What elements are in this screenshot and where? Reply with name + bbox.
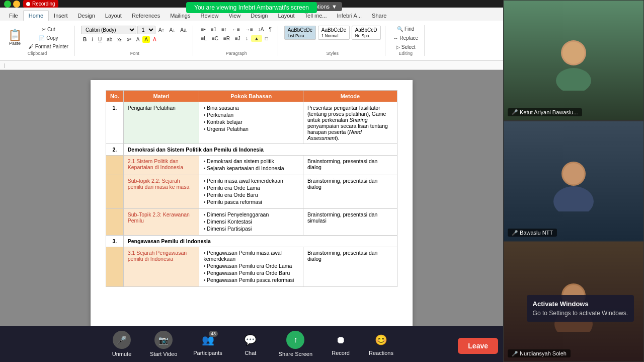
participant-name-tag-1: 🎤 Ketut Ariyani Bawaslu... [508,108,582,116]
col-header-pokok: Pokok Bahasan [199,91,303,102]
tab-author[interactable]: Infebri A... [332,11,367,21]
bullets-button[interactable]: ≡• [199,26,208,33]
align-right-button[interactable]: ≡R [221,35,232,42]
reactions-icon: 😊 [373,332,389,348]
subscript-button[interactable]: x₂ [115,36,124,43]
screen-share-banner: You are viewing Infebri Ambarwati's scre… [186,2,317,13]
person-avatar-1 [543,30,604,91]
replace-button[interactable]: ↔ Replace [391,34,420,42]
find-button[interactable]: 🔍 Find [391,25,420,33]
table-row: Sub-Topik 2.3: Kerawanan Pemilu Dimensi … [106,209,397,236]
justify-button[interactable]: ≡J [233,35,243,42]
video-panel-2: 🎤 Bawaslu NTT [503,121,644,242]
svg-point-3 [553,186,594,211]
share-screen-button[interactable]: ↑ Share Screen [271,327,320,361]
video-panel-1: 🎤 Ketut Ariyani Bawaslu... [503,0,644,121]
numbering-button[interactable]: ≡1 [209,26,218,33]
main-content-area: Recording You are viewing Infebri Ambarw… [0,0,503,362]
cell-section: Demokrasi dan Sistem Politik dan Pemilu … [123,144,397,156]
participant-name-tag-2: 🎤 Bawaslu NTT [508,229,557,237]
tab-home[interactable]: Home [23,10,49,21]
cell-pokok: Bina suasana Perkenalan Kontrak belajar … [199,102,303,144]
multilevel-list-button[interactable]: ≡↑ [219,26,229,33]
bottom-toolbar: 🎤 Unmute 📷 Start Video 👥 43 Participants… [0,326,503,362]
mic-icon: 🎤 [113,331,131,349]
maximize-icon[interactable] [4,1,11,8]
tab-file[interactable]: File [4,11,23,21]
word-document-area: File Home Insert Design Layout Reference… [0,8,503,362]
table-row: 2.1 Sistem Politik dan Kepartaian di Ind… [106,156,397,175]
person-avatar-2 [543,151,604,211]
mic-muted-icon-1: 🎤 [512,109,518,115]
leave-button[interactable]: Leave [458,338,498,354]
copy-button[interactable]: 📄 Copy [27,34,70,42]
paste-button[interactable]: 📋 Paste [4,28,26,48]
sort-button[interactable]: ↕A [256,26,266,33]
font-size-select[interactable]: 12 [137,26,155,34]
document-ruler: | [0,61,503,70]
table-row: 2. Demokrasi dan Sistem Politik dan Pemi… [106,144,397,156]
bold-button[interactable]: B [81,36,89,43]
svg-point-1 [556,68,591,91]
align-center-button[interactable]: ≡C [210,35,220,42]
right-sidebar: 🎤 Ketut Ariyani Bawaslu... 🎤 Bawaslu NTT [503,0,644,362]
font-group: Calibri (Body) 12 A↑ A↓ Aa B I U ab [81,26,193,56]
tab-design[interactable]: Design [73,11,100,21]
cell-pokok: Pemilu masa awal kemerdekaan Pemilu era … [199,175,303,209]
start-video-button[interactable]: 📷 Start Video [142,327,185,361]
underline-button[interactable]: U [96,36,104,43]
cell-no [106,156,124,175]
reactions-button[interactable]: 😊 Reactions [361,328,401,360]
strikethrough-button[interactable]: ab [105,36,114,43]
clipboard-group: 📋 Paste ✂ Cut 📄 Copy 🖌 Format Painter Cl… [4,26,75,56]
show-formatting-button[interactable]: ¶ [267,26,273,33]
shrink-font-button[interactable]: A↓ [168,26,178,34]
italic-button[interactable]: I [90,36,95,43]
unmute-button[interactable]: 🎤 Unmute [102,327,142,361]
font-family-select[interactable]: Calibri (Body) [81,26,136,34]
font-color-button[interactable]: A [151,36,158,43]
cell-metode: Brainstorming, presentasi dan dialog [303,156,397,175]
line-spacing-button[interactable]: ↕ [244,35,250,42]
select-button[interactable]: ▷ Select [391,43,420,51]
tab-insert[interactable]: Insert [49,11,73,21]
tab-share[interactable]: Share [367,11,391,21]
format-painter-button[interactable]: 🖌 Format Painter [27,43,70,50]
align-left-button[interactable]: ≡L [199,35,209,42]
tab-layout[interactable]: Layout [100,11,127,21]
cell-section: Pengawasan Pemilu di Indonesia [123,236,397,247]
font-controls: Calibri (Body) 12 A↑ A↓ Aa [81,26,189,34]
style-default[interactable]: AaBbCcDcList Para... [284,26,316,40]
borders-button[interactable]: □ [263,35,270,42]
editing-group: 🔍 Find ↔ Replace ▷ Select Editing [391,25,425,56]
share-screen-icon: ↑ [286,331,304,349]
document-scroll-area[interactable]: No. Materi Pokok Bahasan Metode 1. Penga… [0,70,503,362]
styles-group: AaBbCcDcList Para... AaBbCcDc1 Normal Aa… [284,26,385,56]
increase-indent-button[interactable]: →≡ [243,26,255,33]
style-normal[interactable]: AaBbCcDc1 Normal [318,26,350,40]
tab-references[interactable]: References [127,11,165,21]
change-case-button[interactable]: Aa [178,26,188,34]
minimize-icon[interactable] [13,1,20,8]
document-page: No. Materi Pokok Bahasan Metode 1. Penga… [91,80,413,362]
grow-font-button[interactable]: A↑ [156,26,167,34]
decrease-indent-button[interactable]: ←≡ [230,26,242,33]
cell-no [106,209,124,236]
text-effects-button[interactable]: A [134,36,142,43]
cell-materi: 3.1 Sejarah Pengawasan pemilu di Indones… [123,247,199,287]
highlight-button[interactable]: A [142,36,150,43]
shading-button[interactable]: ▲ [251,35,262,42]
cell-pokok: Dimensi Penyelenggaraan Dimensi Kontesta… [199,209,303,236]
col-header-materi: Materi [123,91,199,102]
participants-button[interactable]: 👥 43 Participants [185,328,230,360]
font-format-buttons: B I U ab x₂ x² A A A [81,36,189,43]
record-button[interactable]: ⏺ Record [320,328,361,360]
chat-button[interactable]: 💬 Chat [230,328,271,360]
style-nospace[interactable]: AaBbCcDNo Spa... [352,26,381,40]
cut-button[interactable]: ✂ Cut [27,26,70,33]
table-row: Sub-topik 2.2: Sejarah pemilu dari masa … [106,175,397,209]
table-row: 3. Pengawasan Pemilu di Indonesia [106,236,397,247]
cell-materi: Pengantar Pelatihan [123,102,199,144]
cell-no: 2. [106,144,124,156]
superscript-button[interactable]: x² [125,36,133,43]
